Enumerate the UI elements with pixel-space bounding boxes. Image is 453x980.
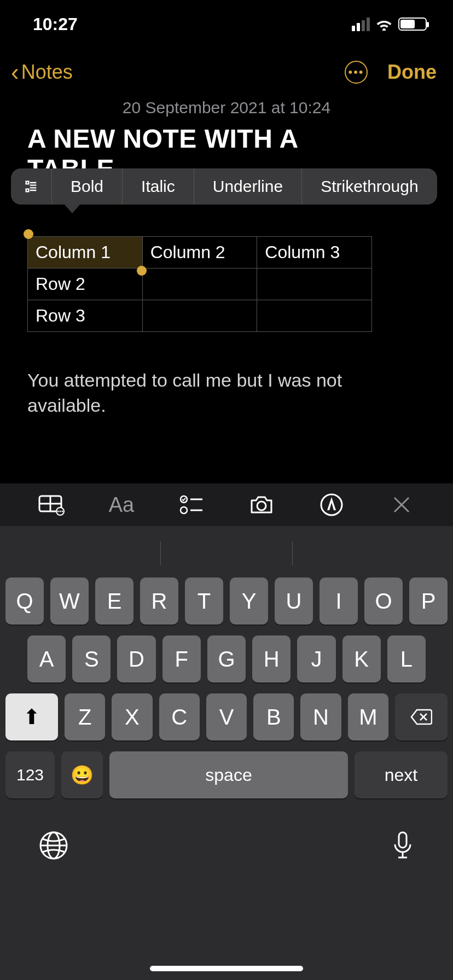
note-timestamp: 20 September 2021 at 10:24 [0, 98, 453, 117]
backspace-icon [410, 709, 432, 725]
camera-button[interactable] [245, 494, 278, 516]
table-cell[interactable]: Row 3 [28, 300, 143, 332]
key-b[interactable]: B [253, 693, 294, 740]
key-y[interactable]: Y [230, 578, 268, 625]
key-k[interactable]: K [342, 635, 381, 682]
globe-icon [38, 830, 69, 861]
key-o[interactable]: O [364, 578, 403, 625]
back-button[interactable]: ‹ Notes [11, 60, 73, 84]
key-m[interactable]: M [348, 693, 388, 740]
key-x[interactable]: X [112, 693, 152, 740]
key-t[interactable]: T [185, 578, 223, 625]
format-toolbar: Aa [0, 483, 453, 526]
key-v[interactable]: V [206, 693, 247, 740]
backspace-key[interactable] [395, 693, 448, 740]
svg-point-4 [60, 511, 61, 512]
key-c[interactable]: C [159, 693, 200, 740]
home-indicator[interactable] [150, 966, 303, 971]
more-button[interactable]: ••• [345, 61, 368, 84]
key-q[interactable]: Q [5, 578, 44, 625]
emoji-key[interactable]: 😀 [61, 751, 103, 798]
table-cell[interactable]: Column 3 [257, 237, 372, 269]
key-s[interactable]: S [72, 635, 111, 682]
key-p[interactable]: P [409, 578, 448, 625]
bold-button[interactable]: Bold [52, 168, 123, 205]
table-insert-button[interactable] [35, 494, 68, 516]
key-w[interactable]: W [50, 578, 89, 625]
key-g[interactable]: G [207, 635, 246, 682]
svg-point-5 [57, 511, 59, 512]
status-icons [352, 18, 427, 31]
table-cell[interactable] [142, 300, 257, 332]
shift-icon: ⬆ [23, 705, 40, 729]
checklist-button[interactable] [175, 494, 208, 516]
table-cell-selected[interactable]: Column 1 [28, 237, 143, 269]
key-a[interactable]: A [27, 635, 66, 682]
emoji-icon: 😀 [71, 764, 94, 786]
separator [160, 541, 161, 565]
key-r[interactable]: R [140, 578, 178, 625]
table-cell[interactable]: Row 2 [28, 269, 143, 300]
key-h[interactable]: H [252, 635, 291, 682]
key-e[interactable]: E [95, 578, 133, 625]
strikethrough-button[interactable]: Strikethrough [302, 168, 437, 205]
markup-button[interactable] [315, 493, 348, 517]
svg-point-6 [62, 511, 63, 512]
svg-rect-20 [399, 832, 406, 848]
wifi-icon [375, 18, 393, 31]
space-key[interactable]: space [109, 751, 348, 798]
table-cell[interactable] [257, 269, 372, 300]
key-z[interactable]: Z [65, 693, 105, 740]
key-f[interactable]: F [162, 635, 201, 682]
svg-point-11 [257, 501, 266, 510]
key-l[interactable]: L [387, 635, 426, 682]
table-cell[interactable] [257, 300, 372, 332]
battery-icon [398, 18, 427, 31]
text-style-button[interactable]: Aa [105, 493, 138, 517]
shift-key[interactable]: ⬆ [5, 693, 58, 740]
key-j[interactable]: J [297, 635, 335, 682]
dictation-key[interactable] [391, 830, 415, 863]
chevron-left-icon: ‹ [11, 60, 19, 84]
key-n[interactable]: N [300, 693, 341, 740]
numbers-key[interactable]: 123 [5, 751, 55, 798]
selection-handle-icon[interactable] [24, 229, 33, 239]
next-key[interactable]: next [355, 751, 448, 798]
key-i[interactable]: I [320, 578, 358, 625]
note-body[interactable]: A NEW NOTE WITH A TABLE Column 1 Column … [0, 117, 453, 418]
underline-button[interactable]: Underline [194, 168, 302, 205]
status-time: 10:27 [33, 14, 78, 34]
nav-bar: ‹ Notes ••• Done [0, 48, 453, 96]
text-context-menu: Bold Italic Underline Strikethrough [11, 168, 437, 205]
format-icon [23, 179, 39, 194]
keyboard: Q W E R T Y U I O P A S D F G H J K L ⬆ … [0, 526, 453, 980]
table-cell[interactable] [142, 269, 257, 300]
mic-icon [391, 830, 415, 861]
back-label: Notes [21, 61, 73, 84]
note-table[interactable]: Column 1 Column 2 Column 3 Row 2 Row 3 [27, 236, 372, 332]
italic-button[interactable]: Italic [123, 168, 194, 205]
globe-key[interactable] [38, 830, 69, 863]
format-indent-button[interactable] [11, 168, 52, 205]
separator [292, 541, 293, 565]
signal-icon [352, 18, 370, 31]
table-cell[interactable]: Column 2 [142, 237, 257, 269]
status-bar: 10:27 [0, 0, 453, 48]
note-paragraph[interactable]: You attempted to call me but I was not a… [27, 368, 426, 418]
suggestion-bar [0, 532, 453, 575]
selection-handle-icon[interactable] [137, 266, 147, 276]
svg-point-9 [181, 507, 187, 514]
key-u[interactable]: U [275, 578, 313, 625]
done-button[interactable]: Done [387, 61, 437, 84]
key-d[interactable]: D [117, 635, 155, 682]
close-toolbar-button[interactable] [385, 495, 418, 514]
